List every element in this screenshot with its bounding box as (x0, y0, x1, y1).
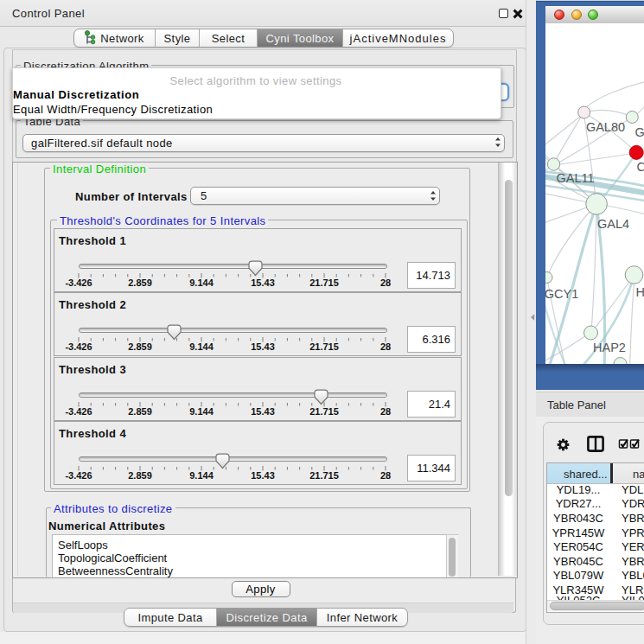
svg-text:HIS4: HIS4 (636, 285, 644, 299)
svg-text:HAP2: HAP2 (593, 341, 626, 354)
svg-text:GAL11: GAL11 (556, 171, 594, 185)
svg-text:GAL4: GAL4 (597, 217, 629, 231)
svg-text:GAL80: GAL80 (586, 120, 625, 134)
svg-text:GAL2: GAL2 (635, 125, 644, 139)
svg-text:CYC: CYC (637, 160, 644, 174)
svg-text:GCY1: GCY1 (545, 287, 578, 301)
